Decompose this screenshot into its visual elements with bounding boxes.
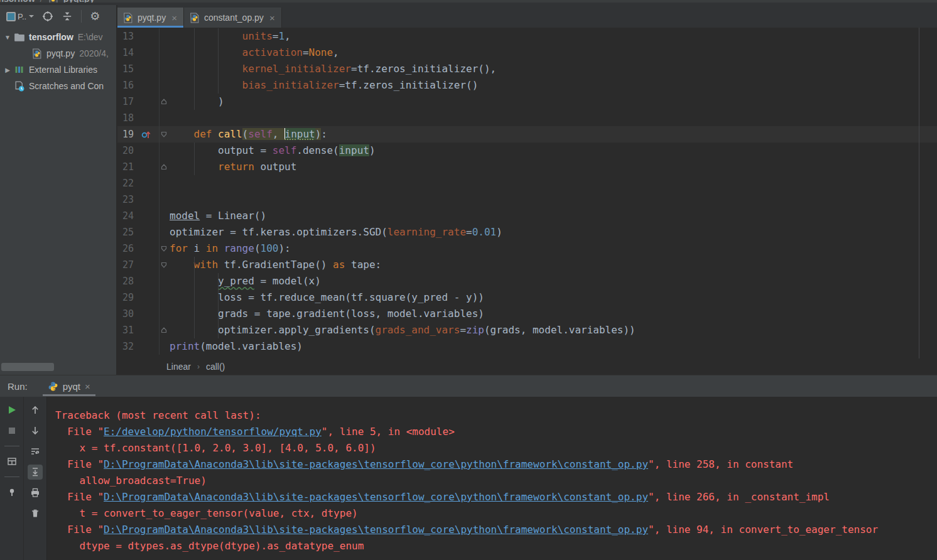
code-line-15[interactable]: 15 kernel_initializer=tf.zeros_initializ… bbox=[117, 61, 937, 77]
fold-marker-open[interactable] bbox=[161, 131, 167, 137]
stack-trace-file-link[interactable]: E:/develop/python/tensorflow/pyqt.py bbox=[104, 426, 322, 438]
tree-item-pyqt-py[interactable]: pyqt.py2020/4, bbox=[0, 45, 116, 62]
code-token bbox=[212, 128, 218, 140]
code-line-31[interactable]: 31 optimizer.apply_gradients(grads_and_v… bbox=[117, 322, 937, 338]
pin-button[interactable] bbox=[4, 485, 19, 500]
console-output[interactable]: Traceback (most recent call last): File … bbox=[55, 397, 937, 560]
title-separator: / bbox=[40, 0, 43, 4]
code-line-29[interactable]: 29 loss = tf.reduce_mean(tf.square(y_pre… bbox=[117, 289, 937, 306]
gutter: 27 bbox=[117, 257, 159, 273]
stack-trace-file-link[interactable]: D:\ProgramData\Anaconda3\lib\site-packag… bbox=[104, 458, 648, 470]
console-line: dtype = dtypes.as_dtype(dtype).as_dataty… bbox=[55, 538, 937, 554]
locate-file-button[interactable] bbox=[42, 11, 53, 22]
code-line-19[interactable]: 19 def call(self, input): bbox=[117, 126, 937, 143]
stack-trace-file-link[interactable]: D:\ProgramData\Anaconda3\lib\site-packag… bbox=[104, 491, 648, 503]
tree-item-external-libraries[interactable]: ▶External Libraries bbox=[0, 62, 116, 78]
code-token: input bbox=[285, 128, 315, 140]
tree-item-scratches-and-con[interactable]: Scratches and Con bbox=[0, 78, 116, 94]
indent-guide bbox=[194, 257, 195, 273]
gutter: 32 bbox=[117, 338, 159, 355]
project-view-selector[interactable]: P.. bbox=[6, 12, 34, 21]
fold-strip bbox=[159, 306, 168, 322]
down-stack-button[interactable] bbox=[28, 423, 43, 438]
stop-button[interactable] bbox=[4, 423, 19, 438]
close-icon[interactable]: × bbox=[85, 381, 90, 392]
indent-guide bbox=[194, 45, 195, 61]
code-line-28[interactable]: 28 y_pred = model(x) bbox=[117, 273, 937, 289]
code-line-14[interactable]: 14 activation=None, bbox=[117, 45, 937, 61]
code-line-13[interactable]: 13 units=1, bbox=[117, 28, 937, 45]
run-tab-pyqt[interactable]: pyqt × bbox=[43, 375, 95, 397]
fold-marker-close[interactable] bbox=[161, 164, 167, 170]
line-number: 21 bbox=[122, 159, 134, 175]
code-text: print(model.variables) bbox=[168, 338, 937, 355]
fold-strip bbox=[159, 94, 168, 110]
code-token: , bbox=[284, 30, 291, 42]
close-icon[interactable]: × bbox=[269, 13, 275, 23]
python-file-icon bbox=[122, 13, 133, 23]
gutter: 15 bbox=[117, 61, 159, 77]
settings-button[interactable]: ⚙ bbox=[90, 11, 100, 21]
restore-layout-button[interactable] bbox=[4, 454, 19, 469]
gear-icon: ⚙ bbox=[90, 11, 100, 21]
code-line-22[interactable]: 22 bbox=[117, 175, 937, 191]
code-line-26[interactable]: 26for i in range(100): bbox=[117, 240, 937, 257]
code-line-25[interactable]: 25optimizer = tf.keras.optimizers.SGD(le… bbox=[117, 224, 937, 240]
override-method-icon[interactable] bbox=[141, 129, 151, 139]
code-line-20[interactable]: 20 output = self.dense(input) bbox=[117, 143, 937, 159]
python-file-icon bbox=[48, 0, 58, 4]
code-text: optimizer.apply_gradients(grads_and_vars… bbox=[168, 322, 937, 338]
code-editor[interactable]: 13 units=1,14 activation=None,15 kernel_… bbox=[117, 28, 937, 358]
soft-wrap-button[interactable] bbox=[28, 444, 43, 459]
code-token: ) bbox=[170, 95, 224, 107]
code-line-32[interactable]: 32print(model.variables) bbox=[117, 338, 937, 355]
python-icon bbox=[48, 381, 58, 392]
code-line-21[interactable]: 21 return output bbox=[117, 159, 937, 175]
window-title-breadcrumb: tensorflow / pyqt.py bbox=[0, 0, 937, 5]
fold-marker-open[interactable] bbox=[161, 262, 167, 268]
code-token: = bbox=[460, 324, 466, 336]
fold-marker-close[interactable] bbox=[161, 99, 167, 105]
console-text: dtype = dtypes.as_dtype(dtype).as_dataty… bbox=[55, 540, 364, 552]
up-stack-button[interactable] bbox=[28, 402, 43, 417]
tree-item-meta: E:\dev bbox=[78, 32, 103, 42]
run-console: Traceback (most recent call last): File … bbox=[0, 397, 937, 560]
chevron-down-icon[interactable]: ▼ bbox=[4, 34, 11, 41]
code-token: activation bbox=[242, 46, 303, 58]
fold-strip bbox=[159, 240, 168, 257]
collapse-all-button[interactable] bbox=[62, 11, 73, 22]
chevron-right-icon[interactable]: ▶ bbox=[4, 67, 11, 73]
fold-strip bbox=[159, 338, 168, 355]
breadcrumb-item-linear[interactable]: Linear bbox=[166, 362, 191, 372]
code-line-30[interactable]: 30 grads = tape.gradient(loss, model.var… bbox=[117, 306, 937, 322]
print-button[interactable] bbox=[28, 485, 43, 500]
code-line-23[interactable]: 23 bbox=[117, 191, 937, 208]
code-line-24[interactable]: 24model = Linear() bbox=[117, 208, 937, 224]
stack-trace-file-link[interactable]: D:\ProgramData\Anaconda3\lib\site-packag… bbox=[104, 524, 648, 536]
indent-guide bbox=[194, 289, 195, 306]
code-token: model bbox=[170, 210, 200, 222]
tree-item-tensorflow[interactable]: ▼tensorflowE:\dev bbox=[0, 29, 116, 45]
tab-constant-op-py[interactable]: constant_op.py× bbox=[184, 8, 282, 28]
code-token: ): bbox=[278, 242, 290, 254]
tab-pyqt-py[interactable]: pyqt.py× bbox=[117, 8, 184, 28]
chevron-down-icon bbox=[29, 15, 34, 18]
close-icon[interactable]: × bbox=[171, 13, 177, 23]
console-line: Traceback (most recent call last): bbox=[55, 407, 937, 424]
project-scrollbar-thumb[interactable] bbox=[1, 363, 54, 371]
code-line-18[interactable]: 18 bbox=[117, 110, 937, 126]
code-line-16[interactable]: 16 bias_initializer=tf.zeros_initializer… bbox=[117, 77, 937, 94]
breadcrumb-item-call-[interactable]: call() bbox=[206, 362, 225, 372]
code-text: model = Linear() bbox=[168, 208, 937, 224]
rerun-button[interactable] bbox=[4, 402, 19, 417]
clear-button[interactable] bbox=[28, 506, 43, 521]
code-token: (grads, model.variables)) bbox=[484, 324, 636, 336]
fold-marker-close[interactable] bbox=[161, 327, 167, 333]
breadcrumb-separator: › bbox=[197, 362, 200, 371]
code-line-27[interactable]: 27 with tf.GradientTape() as tape: bbox=[117, 257, 937, 273]
fold-marker-open[interactable] bbox=[161, 245, 167, 252]
line-number: 20 bbox=[122, 143, 134, 159]
code-token: = bbox=[339, 79, 345, 91]
code-line-17[interactable]: 17 ) bbox=[117, 94, 937, 110]
scroll-to-end-button[interactable] bbox=[28, 465, 43, 480]
